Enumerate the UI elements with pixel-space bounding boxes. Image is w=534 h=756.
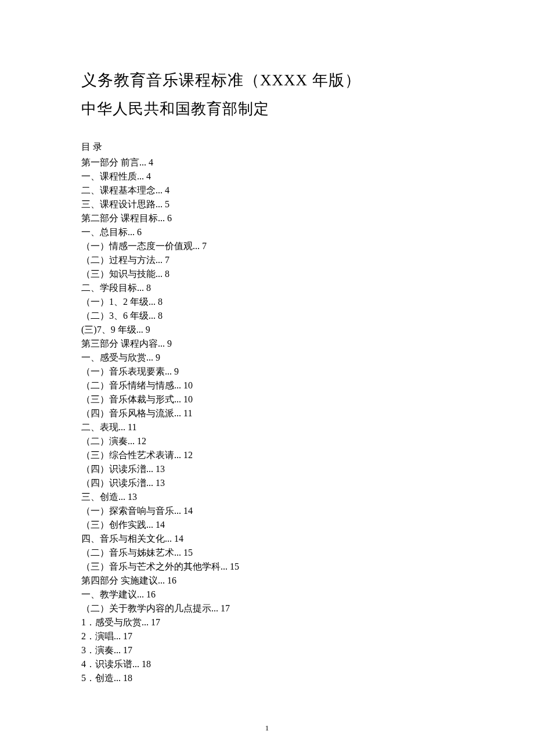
toc-entry-label: 第三部分 课程内容 bbox=[81, 339, 158, 348]
toc-entry-label: （三）音乐与芒术之外的其他学科 bbox=[81, 561, 221, 571]
toc-entry-label: 二、表现 bbox=[81, 422, 118, 432]
toc-entry-label: 三、创造 bbox=[81, 492, 118, 502]
toc-entry-dots: ... bbox=[128, 227, 137, 237]
toc-entry-page: 9 bbox=[146, 325, 150, 334]
toc-entry-label: 3．演奏 bbox=[81, 645, 114, 655]
toc-entry-dots: ... bbox=[156, 185, 165, 195]
toc-entry: （三）音乐体裁与形式... 10 bbox=[81, 393, 459, 406]
toc-entry-page: 9 bbox=[156, 352, 160, 362]
toc-entry-label: 2．演唱 bbox=[81, 631, 114, 641]
document-page: 义务教育音乐课程标准（XXXX 年版） 中华人民共和国教育部制定 目 录 第一部… bbox=[0, 0, 534, 720]
toc-entry-label: （一）音乐表现要素 bbox=[81, 366, 165, 376]
toc-entry-label: 二、学段目标 bbox=[81, 283, 137, 293]
toc-entry-label: （四）识读乐潽 bbox=[81, 464, 146, 474]
toc-entry-dots: ... bbox=[146, 352, 156, 362]
toc-entry-label: （二）3、6 年级 bbox=[81, 311, 149, 321]
toc-entry: 1．感受与欣赏... 17 bbox=[81, 615, 459, 629]
toc-entry-dots: ... bbox=[137, 589, 146, 599]
toc-entry: 一、感受与欣赏... 9 bbox=[81, 351, 459, 365]
toc-entry-label: （三）知识与技能 bbox=[81, 269, 156, 279]
toc-entry-dots: ... bbox=[142, 617, 151, 627]
toc-entry-dots: ... bbox=[146, 464, 156, 474]
toc-entry: （二）关于教学内容的几点提示... 17 bbox=[81, 602, 459, 615]
toc-entry-label: 二、课程基本理念 bbox=[81, 185, 156, 195]
toc-entry-page: 8 bbox=[158, 311, 163, 321]
toc-entry-dots: ... bbox=[174, 506, 183, 516]
toc-entry-dots: ... bbox=[118, 492, 128, 502]
toc-entry: 三、创造... 13 bbox=[81, 490, 459, 504]
toc-entry-page: 14 bbox=[183, 506, 193, 516]
toc-entry-page: 11 bbox=[183, 408, 192, 418]
toc-entry-page: 17 bbox=[221, 603, 230, 613]
toc-entry-page: 17 bbox=[123, 645, 132, 655]
toc-entry-dots: ... bbox=[193, 241, 202, 251]
toc-entry: 二、学段目标... 8 bbox=[81, 281, 459, 295]
toc-entry: 二、课程基本理念... 4 bbox=[81, 183, 459, 197]
toc-entry: （一）情感一态度一价值观... 7 bbox=[81, 239, 459, 253]
toc-entry-page: 9 bbox=[167, 339, 172, 348]
toc-entry-dots: ... bbox=[146, 520, 156, 530]
toc-entry: （三）综合性艺术表请... 12 bbox=[81, 448, 459, 462]
toc-entry-dots: ... bbox=[165, 534, 174, 543]
toc-entry: 4．识读乐谱... 18 bbox=[81, 657, 459, 671]
toc-entry-dots: ... bbox=[128, 436, 137, 446]
toc-entry-page: 6 bbox=[167, 213, 172, 223]
toc-entry-dots: ... bbox=[158, 575, 167, 585]
toc-entry-dots: ... bbox=[114, 645, 123, 655]
toc-entry-label: （二）关于教学内容的几点提示 bbox=[81, 603, 211, 613]
toc-entry-dots: ... bbox=[156, 255, 165, 265]
toc-entry-page: 18 bbox=[142, 659, 151, 669]
toc-entry-page: 6 bbox=[137, 227, 142, 237]
toc-entry-page: 14 bbox=[156, 520, 165, 530]
toc-entry-label: (三)7、9 年级 bbox=[81, 325, 136, 334]
toc-entry-page: 7 bbox=[165, 255, 169, 265]
toc-entry-dots: ... bbox=[137, 171, 146, 181]
toc-entry-page: 4 bbox=[146, 171, 151, 181]
toc-entry-dots: ... bbox=[174, 450, 183, 460]
toc-entry-page: 16 bbox=[167, 575, 176, 585]
toc-entry: （三）音乐与芒术之外的其他学科... 15 bbox=[81, 560, 459, 574]
toc-entry-page: 4 bbox=[149, 157, 153, 167]
toc-entry-page: 17 bbox=[123, 631, 132, 641]
toc-entry-dots: ... bbox=[118, 422, 128, 432]
toc-entry-label: 5．创造 bbox=[81, 673, 114, 683]
toc-entry: 一、总目标... 6 bbox=[81, 225, 459, 239]
toc-entry: 二、表现... 11 bbox=[81, 420, 459, 434]
toc-entry-page: 12 bbox=[183, 450, 193, 460]
toc-entry-dots: ... bbox=[114, 673, 123, 683]
toc-entry-label: （二）音乐与姊妹艺术 bbox=[81, 548, 174, 557]
toc-entry: （二）音乐与姊妹艺术... 15 bbox=[81, 546, 459, 560]
toc-entry-page: 10 bbox=[183, 394, 193, 404]
toc-entry-dots: ... bbox=[149, 311, 158, 321]
toc-entry-page: 13 bbox=[128, 492, 137, 502]
toc-entry-dots: ... bbox=[137, 283, 146, 293]
toc-entry-label: （二）过程与方法 bbox=[81, 255, 156, 265]
toc-entry-dots: ... bbox=[174, 380, 183, 390]
toc-entry-page: 11 bbox=[128, 422, 136, 432]
toc-entry-label: （三）音乐体裁与形式 bbox=[81, 394, 174, 404]
toc-entry-page: 13 bbox=[156, 464, 165, 474]
toc-entry-dots: ... bbox=[114, 631, 123, 641]
toc-entry-label: 第四部分 实施建议 bbox=[81, 575, 158, 585]
toc-entry-label: （三）创作实践 bbox=[81, 520, 146, 530]
toc-entry-page: 4 bbox=[165, 185, 169, 195]
toc-entry: 一、课程性质... 4 bbox=[81, 170, 459, 183]
toc-heading: 目 录 bbox=[81, 141, 459, 153]
toc-entry: （二）演奏... 12 bbox=[81, 434, 459, 448]
toc-entry-page: 7 bbox=[202, 241, 207, 251]
toc-entry: 2．演唱... 17 bbox=[81, 629, 459, 643]
toc-entry-dots: ... bbox=[174, 394, 183, 404]
toc-entry-dots: ... bbox=[211, 603, 221, 613]
toc-entry: （三）创作实践... 14 bbox=[81, 518, 459, 532]
toc-entry-page: 18 bbox=[123, 673, 132, 683]
toc-entry-label: 第一部分 前言 bbox=[81, 157, 139, 167]
toc-entry: 三、课程设计思路... 5 bbox=[81, 197, 459, 211]
toc-entry: （四）识读乐潽... 13 bbox=[81, 462, 459, 476]
toc-entry-page: 16 bbox=[146, 589, 156, 599]
toc-entry-dots: ... bbox=[165, 366, 174, 376]
toc-entry-page: 14 bbox=[174, 534, 183, 543]
toc-entry-label: 一、感受与欣赏 bbox=[81, 352, 146, 362]
toc-entry-dots: ... bbox=[221, 561, 230, 571]
toc-entry: （三）知识与技能... 8 bbox=[81, 267, 459, 281]
toc-entry: 四、音乐与相关文化... 14 bbox=[81, 532, 459, 546]
